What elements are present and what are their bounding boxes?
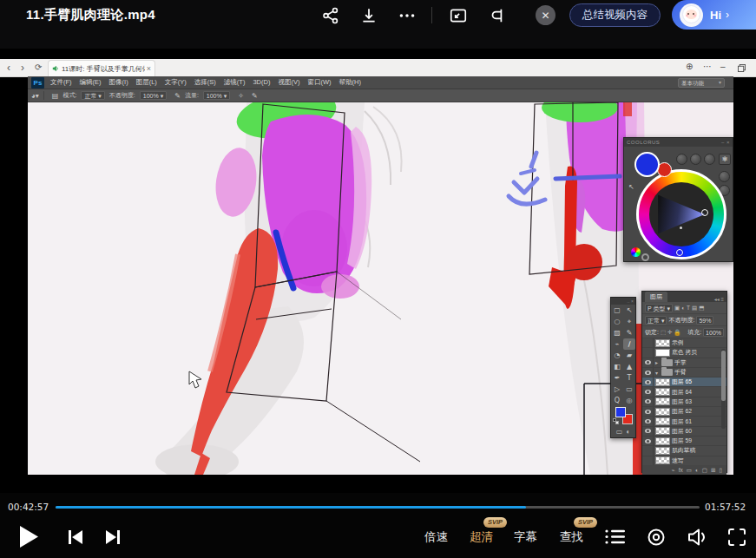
volume-icon[interactable]: [687, 528, 708, 547]
layers-action-icon[interactable]: fx: [679, 467, 683, 473]
ps-menu-item[interactable]: 文字(Y): [165, 78, 187, 87]
filter-type-icon[interactable]: T: [687, 305, 690, 311]
blend-mode-select[interactable]: 正常 ▾: [645, 316, 667, 325]
filter-shape-icon[interactable]: ▤: [692, 305, 697, 312]
tool-icon[interactable]: ✒: [611, 372, 623, 384]
ps-menu-item[interactable]: 选择(S): [194, 78, 216, 87]
ps-menu-item[interactable]: 图像(I): [109, 78, 128, 87]
picture-in-picture-icon[interactable]: [449, 6, 468, 25]
ps-menu-item[interactable]: 窗口(W): [307, 78, 331, 87]
layer-row[interactable]: ▸ 图层 59: [642, 437, 726, 446]
layers-scrollbar-thumb[interactable]: [721, 351, 726, 401]
pressure-opacity-icon[interactable]: ✎: [174, 92, 181, 100]
foreground-color-swatch[interactable]: [634, 152, 660, 177]
brush-preset-icon[interactable]: ◕▾: [31, 92, 39, 100]
browser-tab[interactable]: 11课时: 手臂以及手掌几何体 ×: [48, 60, 155, 76]
tool-icon[interactable]: ∕: [623, 338, 635, 350]
layers-action-icon[interactable]: ⊞: [711, 467, 715, 474]
color-panel-titlebar-icons[interactable]: ‒ ×: [721, 138, 730, 147]
flow-select[interactable]: 100% ▾: [203, 91, 230, 100]
layers-action-icon[interactable]: ▢: [702, 467, 707, 474]
summarize-video-button[interactable]: 总结视频内容: [569, 3, 661, 27]
sv-handle[interactable]: [701, 209, 708, 216]
color-knob-3[interactable]: [704, 154, 715, 165]
fullscreen-icon[interactable]: [727, 528, 746, 547]
layers-action-icon[interactable]: ▭: [687, 467, 692, 474]
quality-button[interactable]: 超清: [470, 529, 493, 545]
color-sphere-icon[interactable]: [631, 247, 641, 257]
tool-icon[interactable]: ▭: [623, 384, 635, 395]
layer-row[interactable]: ▾ 手臂: [642, 368, 726, 377]
layer-row[interactable]: ▸ 图层 62: [642, 407, 726, 417]
play-button[interactable]: [19, 525, 39, 548]
tool-icon[interactable]: ◧: [611, 361, 623, 372]
browser-forward-icon[interactable]: ›: [21, 61, 24, 75]
layer-row[interactable]: ▸ 图层 64: [642, 387, 726, 397]
layer-visibility-toggle[interactable]: [642, 437, 654, 445]
tool-icon[interactable]: ↖: [623, 305, 635, 316]
layer-visibility-toggle[interactable]: [642, 407, 654, 416]
settings-icon[interactable]: [647, 528, 666, 547]
more-options-icon[interactable]: [398, 6, 417, 25]
layer-row[interactable]: ▸ 图层 61: [642, 417, 726, 426]
tool-icon[interactable]: ◔: [611, 350, 623, 361]
tool-icon[interactable]: ▰: [623, 350, 635, 361]
group-caret-icon[interactable]: ▸: [654, 359, 660, 365]
tool-icon[interactable]: ✎: [623, 327, 635, 338]
color-knob-1[interactable]: [676, 154, 687, 165]
ps-menu-item[interactable]: 滤镜(T): [224, 78, 246, 87]
browser-back-icon[interactable]: ‹: [7, 61, 10, 75]
tool-icon[interactable]: ▷: [611, 384, 623, 395]
layers-tab[interactable]: 图层: [645, 292, 667, 302]
layers-action-icon[interactable]: ▯: [719, 467, 722, 474]
ps-menu-item[interactable]: 帮助(H): [339, 78, 361, 87]
toolbox-mode-icon[interactable]: ◐: [626, 427, 630, 437]
toolbox-foreground-swatch[interactable]: [615, 407, 626, 417]
tool-icon[interactable]: ▢: [611, 305, 623, 316]
ps-menu-item[interactable]: 文件(F): [50, 78, 72, 87]
ps-menu-item[interactable]: 视图(V): [278, 78, 299, 87]
subtitles-button[interactable]: 字幕: [514, 529, 537, 545]
layer-row[interactable]: ▸ 图层 63: [642, 397, 726, 407]
fill-value[interactable]: 100%: [703, 328, 724, 337]
lock-icons[interactable]: ⬚ ✛ 🔒: [661, 329, 680, 336]
ps-canvas[interactable]: COOLORUS ‒ × ✱ ↖: [28, 102, 733, 475]
layer-visibility-toggle[interactable]: [642, 387, 654, 396]
tool-icon[interactable]: ▨: [611, 327, 623, 338]
layers-panel-menu-icon[interactable]: ◂◂ ≡: [714, 296, 724, 302]
layer-visibility-toggle[interactable]: [642, 358, 654, 367]
opacity-select[interactable]: 100% ▾: [140, 91, 167, 100]
gear-icon[interactable]: ✱: [719, 154, 731, 165]
layer-row[interactable]: ▸ 图层 65: [642, 377, 726, 387]
playlist-icon[interactable]: [605, 528, 625, 545]
filter-adjustment-icon[interactable]: ◐: [681, 305, 685, 311]
search-in-video-button[interactable]: 查找: [560, 529, 583, 545]
next-button[interactable]: [105, 530, 120, 544]
browser-minimize-icon[interactable]: –: [720, 62, 726, 71]
color-panel-titlebar[interactable]: COOLORUS ‒ ×: [624, 138, 733, 147]
svip-badge-quality[interactable]: SVIP: [483, 517, 507, 528]
progress-bar[interactable]: [56, 506, 700, 509]
airbrush-icon[interactable]: ✧: [238, 92, 244, 100]
ps-menu-item[interactable]: 3D(D): [253, 78, 270, 87]
layer-visibility-toggle[interactable]: [642, 368, 654, 377]
assistant-button[interactable]: Hi ›: [672, 0, 756, 30]
tool-icon[interactable]: ⌖: [623, 316, 635, 327]
ring-mode-icon[interactable]: [641, 253, 649, 261]
layer-row[interactable]: ▸ 速写: [642, 456, 726, 465]
mode-select[interactable]: 正常 ▾: [81, 91, 104, 100]
layer-row[interactable]: ▸ 图层 60: [642, 427, 726, 437]
layers-action-icon[interactable]: ⌁: [672, 467, 675, 474]
browser-more-icon[interactable]: ⋯: [703, 62, 712, 71]
layer-visibility-toggle[interactable]: [642, 348, 654, 357]
ps-menu-item[interactable]: 图层(L): [136, 78, 157, 87]
panel-toggle-icon[interactable]: ▤: [52, 92, 59, 100]
layer-row[interactable]: ▸ 示例: [642, 338, 726, 348]
tool-icon[interactable]: T: [623, 372, 635, 384]
hue-handle[interactable]: [676, 249, 683, 256]
layers-action-icon[interactable]: ◐: [695, 467, 699, 473]
ps-menu-item[interactable]: 编辑(E): [80, 78, 102, 87]
color-knob-2[interactable]: [690, 154, 701, 165]
tool-icon[interactable]: ⌁: [611, 338, 623, 350]
layer-visibility-toggle[interactable]: [642, 417, 654, 425]
